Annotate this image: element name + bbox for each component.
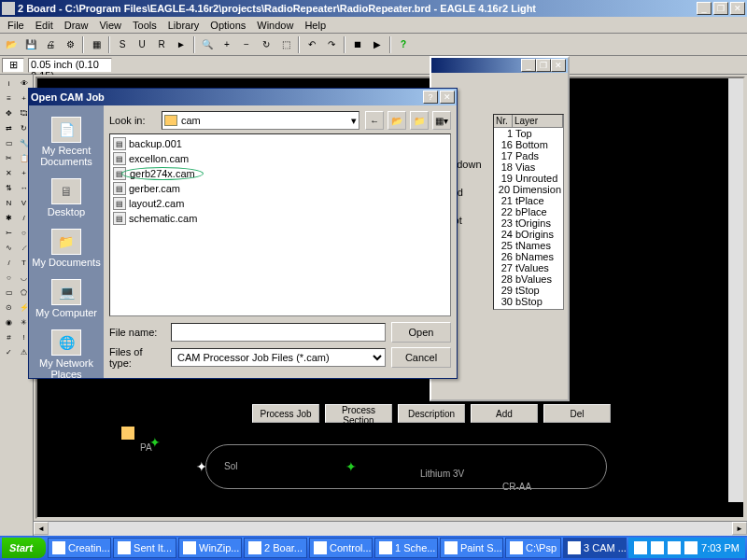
lookin-dropdown[interactable]: cam ▾ bbox=[162, 111, 359, 130]
place-network[interactable]: 🌐My Network Places bbox=[29, 326, 104, 384]
layer-row[interactable]: 30bStop bbox=[494, 296, 563, 307]
place-mycomputer[interactable]: 💻My Computer bbox=[34, 275, 99, 322]
wire-tool-icon[interactable]: / bbox=[2, 256, 16, 270]
cut-tool-icon[interactable]: ✂ bbox=[2, 151, 16, 165]
pinswap-tool-icon[interactable]: ⇅ bbox=[2, 181, 16, 195]
menu-view[interactable]: View bbox=[93, 18, 127, 33]
filename-input[interactable] bbox=[171, 323, 386, 342]
taskbar-item[interactable]: 3 CAM ... bbox=[563, 538, 627, 558]
taskbar-item[interactable]: WinZip... bbox=[178, 538, 242, 558]
layer-row[interactable]: 21tPlace bbox=[494, 195, 563, 206]
mirror-tool-icon[interactable]: ⇄ bbox=[2, 121, 16, 135]
file-item[interactable]: ▤backup.001 bbox=[112, 136, 448, 151]
layer-row[interactable]: 24bOrigins bbox=[494, 229, 563, 240]
layer-tool-icon[interactable]: ≡ bbox=[2, 91, 16, 105]
menu-draw[interactable]: Draw bbox=[59, 18, 94, 33]
cam-maximize-button[interactable]: ❐ bbox=[536, 59, 551, 72]
taskbar-item[interactable]: 1 Sche... bbox=[374, 538, 438, 558]
stop-icon[interactable]: ⏹ bbox=[348, 35, 367, 54]
add-button[interactable]: Add bbox=[471, 404, 538, 423]
print-icon[interactable]: 🖨 bbox=[41, 35, 60, 54]
del-button[interactable]: Del bbox=[543, 404, 611, 423]
zoom-redraw-icon[interactable]: ↻ bbox=[257, 35, 275, 54]
menu-library[interactable]: Library bbox=[162, 18, 205, 33]
zoom-in-icon[interactable]: + bbox=[218, 35, 236, 54]
process-job-button[interactable]: Process Job bbox=[252, 404, 319, 423]
scroll-right-icon[interactable]: ► bbox=[732, 522, 747, 535]
help-icon[interactable]: ? bbox=[394, 35, 413, 54]
newfolder-icon[interactable]: 📁 bbox=[410, 111, 429, 130]
filetype-select[interactable]: CAM Processor Job Files (*.cam) bbox=[171, 348, 386, 367]
taskbar-item[interactable]: Control... bbox=[309, 538, 373, 558]
sch-icon[interactable]: S bbox=[113, 35, 132, 54]
dialog-help-button[interactable]: ? bbox=[423, 91, 438, 104]
hole-tool-icon[interactable]: ◉ bbox=[2, 315, 16, 329]
delete-tool-icon[interactable]: ✕ bbox=[2, 166, 16, 180]
use-icon[interactable]: U bbox=[133, 35, 151, 54]
go-icon[interactable]: ▶ bbox=[368, 35, 387, 54]
back-icon[interactable]: ← bbox=[365, 111, 384, 130]
layer-row[interactable]: 23tOrigins bbox=[494, 217, 563, 229]
layer-row[interactable]: 17Pads bbox=[494, 150, 563, 161]
rect-tool-icon[interactable]: ▭ bbox=[2, 286, 16, 300]
board-icon[interactable]: ▦ bbox=[87, 35, 106, 54]
tray-icon-4[interactable] bbox=[684, 541, 698, 554]
system-tray[interactable]: 7:03 PM bbox=[628, 538, 745, 558]
file-item[interactable]: ▤gerb274x.cam bbox=[112, 166, 448, 181]
viewmenu-icon[interactable]: ▦▾ bbox=[432, 111, 451, 130]
layer-row[interactable]: 25tNames bbox=[494, 240, 563, 251]
file-item[interactable]: ▤schematic.cam bbox=[112, 211, 448, 226]
taskbar-item[interactable]: C:\Psp bbox=[505, 538, 561, 558]
layer-row[interactable]: 16Bottom bbox=[494, 139, 563, 150]
tray-icon-2[interactable] bbox=[651, 541, 664, 554]
dialog-close-button[interactable]: ✕ bbox=[440, 91, 455, 104]
via-tool-icon[interactable]: ⊙ bbox=[2, 301, 16, 315]
menu-window[interactable]: Window bbox=[251, 18, 299, 33]
file-item[interactable]: ▤excellon.cam bbox=[112, 151, 448, 166]
close-button[interactable]: ✕ bbox=[730, 2, 745, 15]
zoom-out-icon[interactable]: − bbox=[237, 35, 256, 54]
layer-row[interactable]: 19Unrouted bbox=[494, 173, 563, 184]
layer-table[interactable]: Nr. Layer 1Top16Bottom17Pads18Vias19Unro… bbox=[493, 114, 564, 310]
split-tool-icon[interactable]: ⤚ bbox=[2, 226, 16, 240]
process-section-button[interactable]: Process Section bbox=[325, 404, 392, 423]
file-item[interactable]: ▤gerber.cam bbox=[112, 181, 448, 196]
open-icon[interactable]: 📂 bbox=[2, 35, 21, 54]
coord-input[interactable]: 0.05 inch (0.10 2.15) bbox=[28, 58, 112, 73]
undo-icon[interactable]: ↶ bbox=[303, 35, 321, 54]
maximize-button[interactable]: ❐ bbox=[713, 2, 728, 15]
circle-tool-icon[interactable]: ○ bbox=[2, 271, 16, 285]
description-button[interactable]: Description bbox=[398, 404, 465, 423]
name-tool-icon[interactable]: N bbox=[2, 196, 16, 210]
cancel-button[interactable]: Cancel bbox=[391, 347, 451, 368]
menu-options[interactable]: Options bbox=[204, 18, 251, 33]
taskbar-item[interactable]: Sent It... bbox=[113, 538, 176, 558]
layer-row[interactable]: 20Dimension bbox=[494, 184, 563, 195]
layer-row[interactable]: 1Top bbox=[494, 128, 563, 139]
menu-help[interactable]: Help bbox=[299, 18, 331, 33]
run-icon[interactable]: ► bbox=[172, 35, 190, 54]
tray-icon-3[interactable] bbox=[668, 541, 681, 554]
layer-row[interactable]: 28bValues bbox=[494, 273, 563, 285]
menu-file[interactable]: File bbox=[2, 18, 30, 33]
auto-tool-icon[interactable]: # bbox=[2, 330, 16, 344]
layer-row[interactable]: 22bPlace bbox=[494, 206, 563, 217]
layer-row[interactable]: 18Vias bbox=[494, 161, 563, 173]
place-mydocs[interactable]: 📁My Documents bbox=[30, 225, 102, 272]
zoom-select-icon[interactable]: ⬚ bbox=[276, 35, 295, 54]
group-tool-icon[interactable]: ▭ bbox=[2, 136, 16, 150]
place-desktop[interactable]: 🖥Desktop bbox=[46, 175, 87, 221]
start-button[interactable]: Start bbox=[2, 538, 46, 558]
file-list[interactable]: ▤backup.001▤excellon.cam▤gerb274x.cam▤ge… bbox=[109, 133, 451, 316]
grid-icon[interactable]: ⊞ bbox=[2, 58, 24, 73]
tray-icon-1[interactable] bbox=[634, 541, 647, 554]
minimize-button[interactable]: _ bbox=[697, 2, 712, 15]
cam-icon[interactable]: ⚙ bbox=[61, 35, 79, 54]
layer-row[interactable]: 26bNames bbox=[494, 251, 563, 262]
route-tool-icon[interactable]: ∿ bbox=[2, 241, 16, 255]
file-item[interactable]: ▤layout2.cam bbox=[112, 196, 448, 211]
clock[interactable]: 7:03 PM bbox=[701, 542, 740, 553]
menu-tools[interactable]: Tools bbox=[127, 18, 162, 33]
scroll-left-icon[interactable]: ◄ bbox=[34, 522, 49, 535]
layer-row[interactable]: 29tStop bbox=[494, 285, 563, 296]
